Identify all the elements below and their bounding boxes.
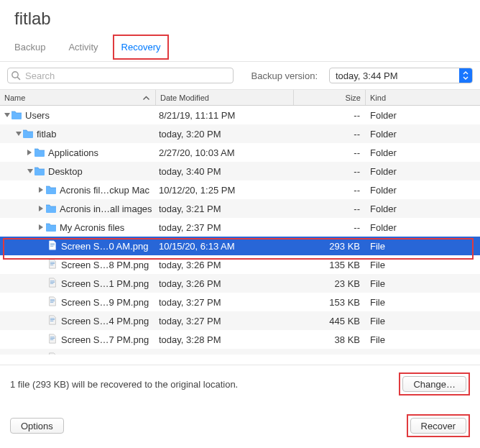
- tree-file-row[interactable]: Screen S…7 PM.pngtoday, 3:30 PM39 KBFile: [0, 349, 480, 355]
- svg-rect-2: [50, 243, 55, 244]
- item-date: 10/12/20, 1:25 PM: [156, 185, 294, 196]
- item-date: today, 3:28 PM: [156, 334, 294, 345]
- item-name: Screen S…7 PM.png: [61, 334, 149, 345]
- tab-recovery[interactable]: Recovery: [121, 39, 161, 55]
- disclosure-triangle-icon[interactable]: [27, 150, 32, 155]
- header-date[interactable]: Date Modified: [156, 90, 294, 105]
- item-name: Acronis fil…ckup Mac: [60, 185, 149, 196]
- tree-folder-row[interactable]: fitlabtoday, 3:20 PM--Folder: [0, 124, 480, 143]
- header-kind[interactable]: Kind: [366, 90, 480, 105]
- item-date: today, 3:21 PM: [156, 204, 294, 214]
- backup-version-label: Backup version:: [251, 70, 318, 81]
- file-tree[interactable]: Users8/21/19, 11:11 PM--Folderfitlabtoda…: [0, 106, 480, 355]
- svg-rect-11: [50, 299, 55, 300]
- item-name: Screen S…1 PM.png: [61, 278, 149, 289]
- disclosure-triangle-icon[interactable]: [27, 169, 33, 173]
- column-headers: Name Date Modified Size Kind: [0, 90, 480, 106]
- folder-icon: [22, 128, 37, 140]
- item-kind: File: [366, 297, 480, 308]
- item-size: --: [294, 185, 366, 196]
- tree-file-row[interactable]: Screen S…8 PM.pngtoday, 3:26 PM135 KBFil…: [0, 255, 480, 274]
- svg-rect-10: [50, 283, 53, 283]
- tree-file-row[interactable]: Screen S…0 AM.png10/15/20, 6:13 AM293 KB…: [0, 237, 480, 255]
- tree-folder-row[interactable]: Acronis fil…ckup Mac10/12/20, 1:25 PM--F…: [0, 180, 480, 199]
- disclosure-triangle-icon[interactable]: [39, 187, 43, 193]
- folder-icon: [34, 165, 48, 178]
- item-date: today, 3:26 PM: [156, 278, 294, 289]
- item-name: My Acronis files: [60, 222, 124, 233]
- item-name: Users: [25, 110, 50, 121]
- item-date: today, 3:20 PM: [156, 129, 294, 140]
- svg-rect-8: [50, 280, 55, 281]
- item-name: Acronis in…all images: [60, 204, 152, 214]
- tree-folder-row[interactable]: Acronis in…all imagestoday, 3:21 PM--Fol…: [0, 199, 480, 218]
- highlight-recover-button: Recover: [407, 414, 470, 437]
- search-icon: [11, 70, 21, 81]
- search-field[interactable]: [7, 68, 234, 83]
- recover-button[interactable]: Recover: [410, 418, 466, 434]
- file-icon: [47, 278, 61, 290]
- tree-folder-row[interactable]: Applications2/27/20, 10:03 AM--Folder: [0, 143, 480, 162]
- search-input[interactable]: [7, 68, 234, 83]
- disclosure-triangle-icon[interactable]: [4, 113, 10, 117]
- item-name: Screen S…4 PM.png: [61, 316, 149, 326]
- item-kind: Folder: [366, 147, 480, 158]
- tab-backup[interactable]: Backup: [14, 39, 45, 55]
- item-date: today, 3:40 PM: [156, 166, 294, 177]
- tab-activity[interactable]: Activity: [68, 39, 98, 55]
- file-icon: [47, 296, 61, 308]
- item-size: 38 KB: [294, 334, 366, 345]
- file-icon: [47, 352, 61, 355]
- item-date: today, 3:27 PM: [156, 316, 294, 326]
- item-date: today, 3:30 PM: [156, 353, 294, 355]
- item-name: Screen S…8 PM.png: [61, 260, 149, 270]
- tree-file-row[interactable]: Screen S…4 PM.pngtoday, 3:27 PM445 KBFil…: [0, 311, 480, 330]
- svg-rect-6: [50, 263, 55, 264]
- tree-file-row[interactable]: Screen S…1 PM.pngtoday, 3:26 PM23 KBFile: [0, 274, 480, 293]
- item-kind: Folder: [366, 185, 480, 196]
- svg-line-1: [17, 77, 19, 79]
- disclosure-triangle-icon[interactable]: [39, 206, 43, 211]
- item-kind: Folder: [366, 204, 480, 214]
- footer-actions: Options Recover: [0, 414, 480, 437]
- backup-version-select[interactable]: today, 3:44 PM: [329, 68, 473, 83]
- item-date: 8/21/19, 11:11 PM: [156, 110, 294, 121]
- header-size[interactable]: Size: [294, 90, 366, 105]
- item-kind: Folder: [366, 222, 480, 233]
- item-name: Screen S…0 AM.png: [61, 241, 148, 252]
- item-date: 2/27/20, 10:03 AM: [156, 147, 294, 158]
- item-size: 23 KB: [294, 278, 366, 289]
- svg-rect-12: [50, 301, 55, 301]
- folder-icon: [34, 147, 48, 159]
- svg-rect-17: [50, 337, 55, 337]
- header-name[interactable]: Name: [0, 90, 156, 105]
- tree-folder-row[interactable]: Desktoptoday, 3:40 PM--Folder: [0, 162, 480, 180]
- window-title: fitlab: [0, 0, 480, 32]
- disclosure-triangle-icon[interactable]: [39, 224, 43, 230]
- item-size: 445 KB: [294, 316, 366, 326]
- tree-folder-row[interactable]: My Acronis filestoday, 2:37 PM--Folder: [0, 218, 480, 237]
- item-kind: File: [366, 241, 480, 252]
- item-size: 153 KB: [294, 297, 366, 308]
- item-name: Applications: [48, 147, 98, 158]
- svg-rect-9: [50, 282, 55, 283]
- backup-version-value: today, 3:44 PM: [336, 70, 397, 81]
- tree-file-row[interactable]: Screen S…7 PM.pngtoday, 3:28 PM38 KBFile: [0, 330, 480, 349]
- item-kind: Folder: [366, 166, 480, 177]
- item-name: fitlab: [37, 129, 56, 140]
- tree-file-row[interactable]: Screen S…9 PM.pngtoday, 3:27 PM153 KBFil…: [0, 293, 480, 311]
- folder-icon: [11, 109, 25, 122]
- disclosure-triangle-icon[interactable]: [16, 132, 22, 136]
- item-size: --: [294, 222, 366, 233]
- svg-rect-5: [50, 262, 55, 262]
- svg-rect-15: [50, 319, 55, 320]
- svg-rect-14: [50, 318, 55, 319]
- file-icon: [47, 240, 61, 252]
- change-button[interactable]: Change…: [402, 376, 466, 392]
- item-kind: File: [366, 334, 480, 345]
- folder-icon: [45, 221, 60, 234]
- tree-folder-row[interactable]: Users8/21/19, 11:11 PM--Folder: [0, 106, 480, 124]
- sort-ascending-icon: [143, 93, 149, 102]
- options-button[interactable]: Options: [10, 418, 64, 434]
- file-icon: [47, 259, 61, 271]
